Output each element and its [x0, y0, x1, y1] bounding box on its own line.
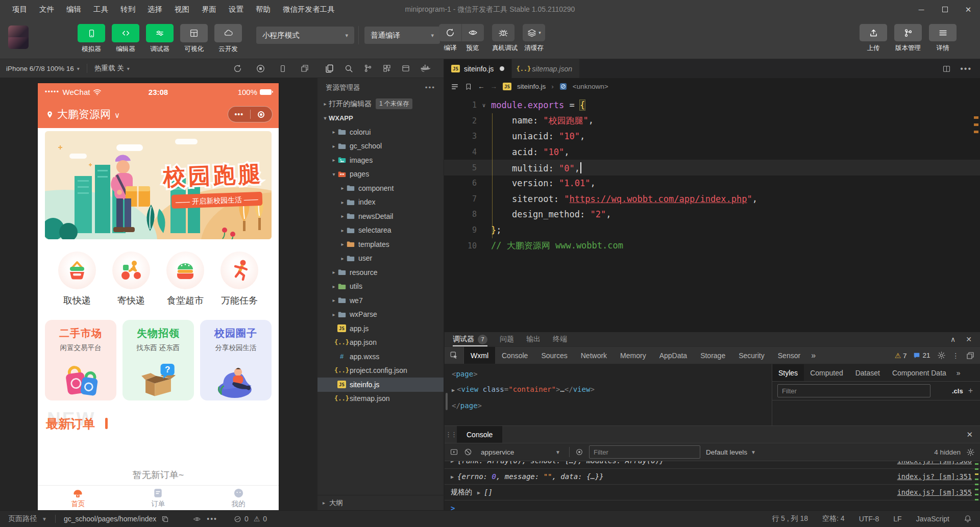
- expand-icon[interactable]: ▶: [451, 474, 454, 480]
- styles-tab-Dataset[interactable]: Dataset: [849, 364, 886, 381]
- project-root[interactable]: ▾ WXAPP: [317, 111, 444, 126]
- toolbar-button-版本管理[interactable]: 版本管理: [894, 24, 922, 53]
- hot-reload-toggle[interactable]: 热重载 关: [94, 64, 124, 73]
- indent-setting[interactable]: 空格: 4: [822, 514, 845, 523]
- service-食堂超市[interactable]: 食堂超市: [166, 252, 204, 307]
- debugger-tab-输出[interactable]: 输出: [526, 332, 541, 346]
- console-filter-input[interactable]: [589, 445, 700, 459]
- language-mode[interactable]: JavaScript: [916, 515, 949, 523]
- add-style-icon[interactable]: +: [968, 386, 975, 395]
- wxml-node[interactable]: ▶<view class="container">…</view>: [452, 382, 765, 398]
- avatar[interactable]: [8, 26, 29, 49]
- tree-item-selectarea[interactable]: ▸selectarea: [317, 223, 444, 238]
- files-icon[interactable]: [325, 64, 334, 73]
- console-log-row[interactable]: ▶{rank: Array(0), school: {…}, modules: …: [445, 461, 980, 469]
- site-title[interactable]: 大鹏资源网: [57, 107, 111, 121]
- debugger-tab-调试器[interactable]: 调试器7: [453, 332, 487, 346]
- branch2-icon[interactable]: [363, 64, 373, 73]
- split-editor-icon[interactable]: [942, 65, 951, 73]
- tree-item-component[interactable]: ▸component: [317, 181, 444, 195]
- tree-item-project.config.json[interactable]: {..}project.config.json: [317, 364, 444, 378]
- source-link[interactable]: index.js? [sm]:355: [897, 488, 972, 496]
- more-icon[interactable]: •••: [207, 515, 217, 523]
- tree-item-siteinfo.js[interactable]: JSsiteinfo.js: [317, 378, 444, 392]
- tree-item-pages[interactable]: ▾pages: [317, 167, 444, 182]
- more-tabs-icon[interactable]: »: [952, 364, 965, 381]
- search-icon[interactable]: [344, 64, 354, 73]
- close-console-icon[interactable]: ✕: [959, 426, 980, 443]
- mode-select[interactable]: 小程序模式▾: [256, 27, 354, 44]
- expand-icon[interactable]: ▶: [451, 461, 454, 464]
- eol-setting[interactable]: LF: [893, 515, 901, 523]
- compile-select[interactable]: 普通编译▾: [364, 27, 440, 44]
- nav-forward-icon[interactable]: →: [491, 83, 498, 90]
- hidden-count[interactable]: 4 hidden: [934, 448, 961, 456]
- devtools-tab-Security[interactable]: Security: [732, 347, 771, 364]
- undock-icon[interactable]: [966, 351, 975, 360]
- devtools-tab-Console[interactable]: Console: [495, 347, 534, 364]
- bookmark-icon[interactable]: [465, 83, 472, 91]
- page-path-value[interactable]: gc_school/pages/home/index: [64, 515, 156, 523]
- console-log-row[interactable]: 规格的▶[]index.js? [sm]:355: [445, 485, 980, 500]
- tree-item-templates[interactable]: ▸templates: [317, 237, 444, 252]
- menu-item-转到[interactable]: 转到: [114, 0, 141, 19]
- menu-item-工具[interactable]: 工具: [87, 0, 114, 19]
- menu-item-微信开发者工具[interactable]: 微信开发者工具: [277, 0, 341, 19]
- console-tab[interactable]: Console: [457, 426, 502, 443]
- phone-tab-订单[interactable]: 订单: [118, 486, 198, 510]
- breadcrumb-file[interactable]: siteinfo.js: [517, 83, 546, 90]
- wxml-tree[interactable]: <page>▶<view class="container">…</view><…: [445, 364, 772, 425]
- tree-item-app.js[interactable]: JSapp.js: [317, 321, 444, 336]
- device-select[interactable]: iPhone 6/7/8 100% 16: [0, 65, 74, 72]
- menu-item-设置[interactable]: 设置: [223, 0, 250, 19]
- cursor-position[interactable]: 行 5 , 列 18: [772, 514, 808, 523]
- action-button-真机调试[interactable]: [492, 24, 514, 41]
- context-select[interactable]: appservice▼: [478, 448, 564, 456]
- more-icon[interactable]: •••: [960, 64, 972, 73]
- log-levels-select[interactable]: Default levels▼: [706, 448, 756, 456]
- menu-item-文件[interactable]: 文件: [33, 0, 60, 19]
- tree-item-user[interactable]: ▸user: [317, 252, 444, 266]
- more-icon[interactable]: •••: [425, 84, 435, 91]
- styles-filter-input[interactable]: [777, 384, 930, 397]
- editor-tab-sitemap.json[interactable]: {..}sitemap.json: [512, 59, 580, 78]
- mode-button-调试器[interactable]: 调试器: [146, 24, 174, 54]
- editor-tab-siteinfo.js[interactable]: JSsiteinfo.js: [444, 59, 512, 78]
- wxml-node[interactable]: <page>: [452, 366, 765, 382]
- more-button[interactable]: •••: [228, 112, 250, 117]
- minimize-capsule-button[interactable]: [251, 111, 273, 118]
- devtools-tab-Wxml[interactable]: Wxml: [464, 347, 495, 364]
- opened-editors-section[interactable]: ▸ 打开的编辑器 1 个未保存: [317, 97, 444, 111]
- error-count[interactable]: 0: [234, 515, 249, 523]
- tree-item-resource[interactable]: ▸resource: [317, 265, 444, 280]
- rotate-icon[interactable]: [233, 64, 242, 73]
- service-万能任务[interactable]: 万能任务: [220, 252, 258, 307]
- tree-item-wxParse[interactable]: ▸wxParse: [317, 308, 444, 322]
- tree-item-gc_school[interactable]: ▸gc_school: [317, 139, 444, 154]
- debugger-tab-问题[interactable]: 问题: [500, 332, 514, 346]
- card-校园圈子[interactable]: 校园圈子分享校园生活: [200, 320, 272, 400]
- action-button-预览[interactable]: [461, 24, 484, 41]
- phone-tab-首页[interactable]: 首页: [38, 486, 118, 510]
- tree-item-sitemap.json[interactable]: {..}sitemap.json: [317, 392, 444, 406]
- expand-icon[interactable]: ▶: [477, 490, 480, 495]
- encoding[interactable]: UTF-8: [859, 515, 879, 523]
- banner-image[interactable]: 校园跑腿—— 开启新校园生活 ——: [45, 131, 272, 239]
- message-count[interactable]: 21: [922, 352, 930, 359]
- source-link[interactable]: index.js? [sm]:351: [897, 472, 972, 481]
- clear-console-icon[interactable]: [464, 448, 472, 456]
- execution-context-icon[interactable]: [450, 448, 458, 456]
- mode-button-模拟器[interactable]: 模拟器: [78, 24, 105, 54]
- tree-item-app.wxss[interactable]: #app.wxss: [317, 349, 444, 364]
- expand-icon[interactable]: ▶: [452, 387, 455, 393]
- minimize-button[interactable]: ─: [910, 0, 933, 19]
- menu-item-帮助[interactable]: 帮助: [250, 0, 277, 19]
- winds-icon[interactable]: [300, 64, 309, 73]
- eye-icon[interactable]: [192, 515, 202, 523]
- wxml-node[interactable]: </page>: [452, 398, 765, 413]
- stop-icon[interactable]: [256, 64, 265, 73]
- warning-count[interactable]: 7: [903, 352, 907, 360]
- tree-item-app.json[interactable]: {..}app.json: [317, 336, 444, 350]
- cls-toggle[interactable]: .cls: [952, 387, 963, 395]
- card-失物招领[interactable]: 失物招领找东西 还东西?: [122, 320, 194, 400]
